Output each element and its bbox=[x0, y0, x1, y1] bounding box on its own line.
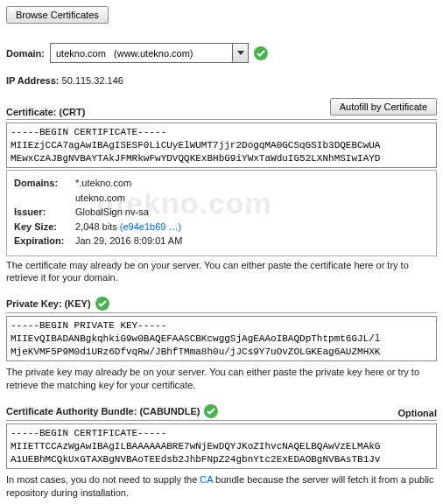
chevron-down-icon[interactable] bbox=[232, 44, 248, 62]
keysize-value: 2,048 bits bbox=[75, 221, 120, 232]
svg-marker-0 bbox=[237, 51, 244, 55]
browse-certificates-button[interactable]: Browse Certificates bbox=[6, 6, 109, 24]
check-icon bbox=[95, 297, 109, 311]
autofill-button[interactable]: Autofill by Certificate bbox=[330, 98, 437, 116]
check-icon bbox=[204, 404, 218, 418]
expiration-label: Expiration: bbox=[14, 234, 75, 248]
check-icon bbox=[254, 46, 268, 60]
pkey-textarea[interactable] bbox=[6, 316, 437, 361]
ip-label: IP Address: bbox=[6, 75, 60, 86]
crt-textarea[interactable] bbox=[6, 122, 437, 168]
domain-input[interactable] bbox=[51, 46, 232, 60]
ca-link[interactable]: CA bbox=[200, 474, 213, 485]
crt-title: Certificate: (CRT) bbox=[6, 107, 85, 117]
domains-value-2: utekno.com bbox=[75, 192, 125, 203]
crt-help: The certificate may already be on your s… bbox=[6, 259, 437, 285]
cab-title: Certificate Authority Bundle: (CABUNDLE) bbox=[6, 406, 200, 416]
expiration-value: Jan 29, 2016 8:09:01 AM bbox=[75, 234, 182, 248]
issuer-label: Issuer: bbox=[14, 205, 75, 220]
pkey-help: The private key may already be on your s… bbox=[6, 366, 437, 392]
domains-label: Domains: bbox=[14, 176, 75, 205]
cab-textarea[interactable] bbox=[6, 424, 437, 469]
domains-value-1: *.utekno.com bbox=[75, 178, 131, 188]
crt-infobox: Domains: *.utekno.com utekno.com Issuer:… bbox=[6, 170, 437, 256]
optional-label: Optional bbox=[397, 408, 437, 418]
keysize-hash-link[interactable]: (e94e1b69 …) bbox=[120, 221, 181, 232]
ip-value: 50.115.32.146 bbox=[62, 75, 123, 86]
cab-help: In most cases, you do not need to supply… bbox=[6, 473, 437, 500]
pkey-title: Private Key: (KEY) bbox=[6, 298, 91, 309]
domain-label: Domain: bbox=[6, 48, 45, 59]
issuer-value: GlobalSign nv-sa bbox=[75, 205, 149, 220]
domain-select[interactable] bbox=[50, 43, 249, 63]
keysize-label: Key Size: bbox=[14, 220, 75, 234]
cab-help-pre: In most cases, you do not need to supply… bbox=[6, 474, 200, 485]
